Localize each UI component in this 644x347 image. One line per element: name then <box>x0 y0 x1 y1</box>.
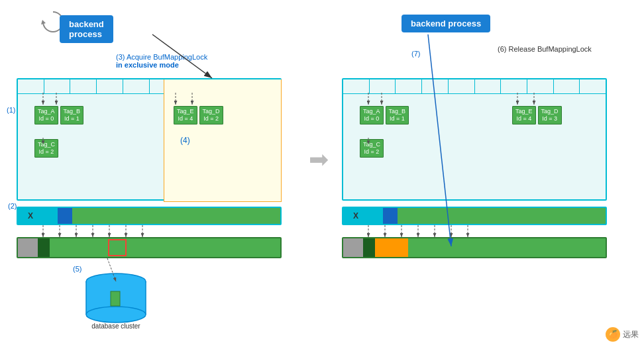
r-x-label: X <box>353 211 358 221</box>
tag-c-id: Id = 2 <box>39 148 54 156</box>
r-tag-a-label: Tag_A <box>363 108 380 115</box>
left-db-cylinder: database cluster <box>83 272 149 330</box>
tag-d-box: Tag_D Id = 2 <box>199 106 223 124</box>
r-slot-8 <box>554 79 580 93</box>
db-label-text: database cluster <box>91 322 140 330</box>
r-buf-blue <box>383 208 398 224</box>
slot-3 <box>97 79 123 93</box>
r-slot-6 <box>501 79 527 93</box>
right-panel: backend process (7) (6) Release BufMappi… <box>332 7 644 340</box>
r-slot-9 <box>580 79 606 93</box>
r-tag-e-id: Id = 4 <box>516 115 531 123</box>
x-label-left: X <box>28 211 33 221</box>
slot-4 <box>123 79 150 93</box>
watermark-text: 远果 <box>623 329 639 340</box>
page-rest-left <box>50 238 280 257</box>
tag-b-box: Tag_B Id = 1 <box>60 106 84 124</box>
tag-b-id: Id = 1 <box>64 115 80 123</box>
r-slot-0 <box>343 79 370 93</box>
tag-d-label: Tag_D <box>203 108 220 115</box>
r-tag-group-ed: Tag_E Id = 4 Tag_D Id = 3 <box>512 106 562 124</box>
tag-a-box: Tag_A Id = 0 <box>34 106 58 124</box>
r-slot-3 <box>422 79 449 93</box>
right-buffer-pool: X <box>342 207 607 225</box>
left-hash-table: Tag_A Id = 0 Tag_B Id = 1 Tag_C Id = 2 T… <box>17 78 282 201</box>
r-buf-cyan: X <box>343 208 383 224</box>
step6-text: (6) Release BufMappingLock <box>498 45 592 53</box>
tag-e-label: Tag_E <box>177 108 194 115</box>
right-backend-box: backend process <box>402 15 490 32</box>
step7-text: (7) <box>411 50 420 58</box>
r-tag-b-id: Id = 1 <box>390 115 405 123</box>
r-slot-4 <box>449 79 475 93</box>
step7-label: (7) <box>411 50 420 58</box>
r-page-dark-green <box>363 238 375 257</box>
r-page-rest <box>408 238 606 257</box>
r-tag-b-box: Tag_B Id = 1 <box>386 106 409 124</box>
r-slot-1 <box>370 79 396 93</box>
page-dark-green-left <box>38 238 50 257</box>
r-tag-d-label: Tag_D <box>541 108 559 115</box>
svg-rect-6 <box>111 291 120 306</box>
r-tag-group-c: Tag_C Id = 2 <box>360 139 384 158</box>
divider-arrow: ➡ <box>309 146 329 174</box>
r-page-gray <box>343 238 363 257</box>
tag-a-label: Tag_A <box>38 108 55 115</box>
buf-blue-left <box>58 208 72 224</box>
r-slot-7 <box>527 79 554 93</box>
left-buffer-pool-container: X <box>17 207 282 225</box>
right-backend-label: backend process <box>411 19 481 28</box>
tag-d-id: Id = 2 <box>203 115 219 123</box>
slot-0 <box>18 79 44 93</box>
tag-b-label: Tag_B <box>64 108 81 115</box>
r-slot-2 <box>396 79 422 93</box>
step1-text: (1) <box>7 106 15 114</box>
r-tag-a-box: Tag_A Id = 0 <box>360 106 384 124</box>
slot-1 <box>44 79 71 93</box>
db-icon <box>83 272 149 324</box>
left-panel: backend process (3) Acquire BufMappingLo… <box>7 7 319 340</box>
tag-e-box: Tag_E Id = 4 <box>174 106 197 124</box>
right-hash-table: Tag_A Id = 0 Tag_B Id = 1 Tag_C Id = 2 T… <box>342 78 607 201</box>
left-backend-label: backend process <box>69 19 104 39</box>
left-page-row <box>17 237 282 258</box>
r-tag-c-label: Tag_C <box>363 141 380 148</box>
r-tag-c-id: Id = 2 <box>364 148 380 156</box>
watermark-fruit-icon: 🍊 <box>608 330 618 339</box>
step3-annotation: (3) Acquire BufMappingLock in exclusive … <box>116 53 207 69</box>
tag-e-id: Id = 4 <box>178 115 193 123</box>
r-slot-5 <box>475 79 502 93</box>
r-buf-green <box>398 208 606 224</box>
svg-point-5 <box>86 307 146 322</box>
r-tag-b-label: Tag_B <box>389 108 406 115</box>
watermark: 🍊 远果 <box>606 327 639 342</box>
page-highlight-left <box>108 239 127 256</box>
step1-label: (1) <box>7 106 15 114</box>
tag-a-id: Id = 0 <box>38 115 54 123</box>
tag-c-label: Tag_C <box>38 141 55 148</box>
right-hash-slots <box>343 79 606 94</box>
tag-group-ab: Tag_A Id = 0 Tag_B Id = 1 <box>34 106 83 124</box>
step5-text: (5) <box>73 265 81 273</box>
step4-label: (4) <box>180 136 190 145</box>
svg-marker-0 <box>41 20 46 25</box>
main-container: backend process (3) Acquire BufMappingLo… <box>0 0 644 347</box>
step5-label: (5) <box>73 265 81 273</box>
tag-c-box: Tag_C Id = 2 <box>34 139 58 158</box>
r-tag-e-label: Tag_E <box>515 108 533 115</box>
slot-2 <box>70 79 97 93</box>
page-gray-left <box>18 238 38 257</box>
step2-label: (2) <box>8 202 17 210</box>
r-tag-d-box: Tag_D Id = 3 <box>538 106 562 124</box>
r-tag-e-box: Tag_E Id = 4 <box>512 106 536 124</box>
left-backend-box: backend process <box>60 15 113 43</box>
db-label: database cluster <box>83 322 149 330</box>
right-page-row <box>342 237 607 258</box>
step3-text: (3) Acquire BufMappingLock <box>116 53 207 61</box>
r-tag-d-id: Id = 3 <box>542 115 557 123</box>
step3-sub: in exclusive mode <box>116 61 179 69</box>
tag-group-ed: Tag_E Id = 4 Tag_D Id = 2 <box>174 106 223 124</box>
step6-label: (6) Release BufMappingLock <box>498 45 592 53</box>
r-tag-group-ab: Tag_A Id = 0 Tag_B Id = 1 <box>360 106 409 124</box>
r-page-orange <box>375 238 408 257</box>
